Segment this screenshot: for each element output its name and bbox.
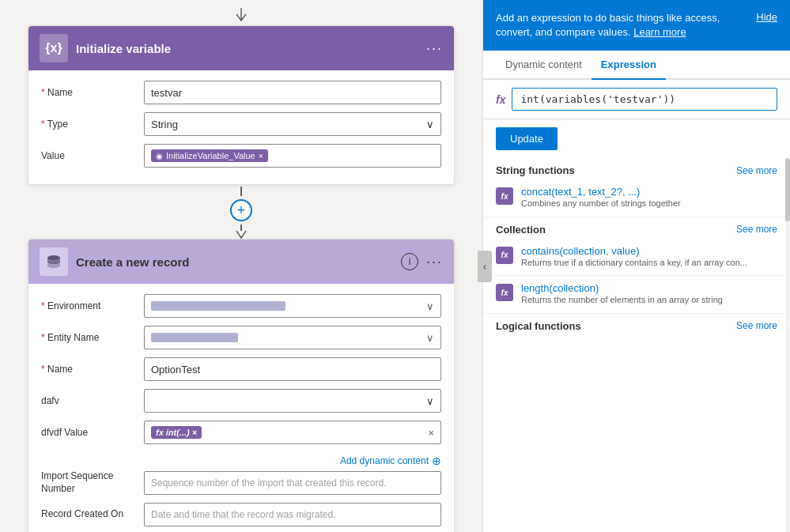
hide-button[interactable]: Hide: [756, 11, 777, 23]
add-dynamic-text[interactable]: Add dynamic content: [340, 455, 429, 466]
create-card-body: Environment ∨ Entity Name ∨ Name: [28, 284, 454, 532]
dfvdf-value-field[interactable]: fx int(...) × ×: [144, 421, 441, 444]
expression-input-row: fx: [483, 80, 790, 119]
collection-see-more[interactable]: See more: [736, 224, 777, 235]
concat-icon: fx: [496, 187, 513, 205]
scrollbar-thumb[interactable]: [785, 158, 790, 221]
init-type-row: Type String ∨: [41, 111, 441, 137]
init-value-tag-text: InitializeVariable_Value: [166, 151, 255, 160]
database-icon: [46, 254, 62, 270]
collection-header: Collection See more: [483, 217, 790, 239]
connector-arrow: [236, 231, 247, 239]
init-type-value: String: [151, 119, 178, 130]
add-dynamic-icon: ⊕: [432, 455, 441, 467]
dfvdf-tag-close[interactable]: ×: [192, 428, 197, 437]
create-name-input[interactable]: [144, 357, 441, 381]
environment-select[interactable]: ∨: [144, 294, 441, 318]
length-text: length(collection) Returns the number of…: [521, 282, 723, 306]
concat-desc: Combines any number of strings together: [521, 198, 681, 209]
contains-name[interactable]: contains(collection, value): [521, 245, 747, 257]
concat-text: concat(text_1, text_2?, ...) Combines an…: [521, 186, 681, 209]
record-created-input[interactable]: Date and time that the record was migrat…: [144, 503, 441, 526]
length-name[interactable]: length(collection): [521, 282, 723, 294]
init-card-title: Initialize variable: [76, 42, 418, 55]
concat-name[interactable]: concat(text_1, text_2?, ...): [521, 186, 681, 198]
length-desc: Returns the number of elements in an arr…: [521, 294, 723, 306]
create-card-icon: [40, 247, 68, 276]
connector-line-top: [240, 187, 242, 196]
env-chevron: ∨: [426, 300, 434, 312]
init-value-tag-icon: ◉: [156, 152, 163, 160]
chevron-left-icon: ‹: [483, 260, 487, 273]
create-record-card: Create a new record i ··· Environment ∨ …: [28, 239, 455, 532]
tab-dynamic-content[interactable]: Dynamic content: [496, 51, 592, 80]
dafv-chevron: ∨: [426, 395, 434, 407]
tab-expression[interactable]: Expression: [592, 51, 666, 80]
contains-text: contains(collection, value) Returns true…: [521, 245, 747, 269]
init-value-row: Value ◉ InitializeVariable_Value ×: [41, 143, 441, 168]
expression-input[interactable]: [512, 88, 777, 111]
logical-functions-see-more[interactable]: See more: [736, 320, 777, 331]
contains-desc: Returns true if a dictionary contains a …: [521, 257, 747, 269]
init-more-button[interactable]: ···: [426, 40, 443, 57]
logical-functions-title: Logical functions: [496, 320, 581, 332]
create-name-row: Name: [41, 357, 441, 382]
contains-icon: fx: [496, 247, 513, 264]
init-card-body: Name Type String ∨ Value ◉ InitializeVar…: [28, 70, 454, 184]
init-name-input[interactable]: [144, 81, 441, 104]
init-value-field[interactable]: ◉ InitializeVariable_Value ×: [144, 144, 441, 168]
contains-function-item[interactable]: fx contains(collection, value) Returns t…: [483, 239, 790, 276]
create-name-label: Name: [41, 364, 144, 375]
create-info-button[interactable]: i: [401, 253, 418, 270]
functions-scroll-area[interactable]: String functions See more fx concat(text…: [483, 158, 790, 532]
create-card-title: Create a new record: [76, 255, 393, 269]
scrollbar-track: [785, 158, 790, 532]
init-type-chevron: ∨: [426, 119, 434, 130]
concat-function-item[interactable]: fx concat(text_1, text_2?, ...) Combines…: [483, 179, 790, 217]
init-name-label: Name: [41, 87, 144, 98]
init-card-header: {x} Initialize variable ···: [28, 26, 454, 70]
dfvdf-value-row: dfvdf Value fx int(...) × ×: [41, 420, 441, 445]
length-icon: fx: [496, 284, 513, 301]
dfvdf-tag-text: int(...): [166, 428, 190, 437]
info-icon: i: [409, 256, 411, 267]
arrow-icon: [233, 8, 249, 22]
init-card-icon: {x}: [40, 34, 68, 62]
init-name-row: Name: [41, 80, 441, 105]
dafv-select[interactable]: ∨: [144, 389, 441, 413]
dfvdf-label: dfvdf Value: [41, 427, 144, 438]
length-function-item[interactable]: fx length(collection) Returns the number…: [483, 276, 790, 313]
fx-icon: fx: [156, 428, 164, 437]
entity-chevron: ∨: [426, 332, 434, 344]
string-functions-title: String functions: [496, 164, 575, 176]
collection-title: Collection: [496, 224, 546, 236]
environment-row: Environment ∨: [41, 293, 441, 319]
init-type-label: Type: [41, 119, 144, 130]
record-created-label: Record Created On: [41, 508, 144, 521]
panel-collapse-button[interactable]: ‹: [478, 251, 492, 282]
add-dynamic-row[interactable]: Add dynamic content ⊕: [41, 451, 441, 470]
learn-more-link[interactable]: Learn more: [633, 26, 686, 38]
entity-name-label: Entity Name: [41, 332, 144, 343]
dfvdf-tag: fx int(...) ×: [151, 426, 202, 439]
record-created-placeholder: Date and time that the record was migrat…: [151, 509, 335, 520]
tab-expression-label: Expression: [601, 58, 656, 70]
add-step-button[interactable]: +: [230, 199, 252, 221]
expression-panel: Add an expression to do basic things lik…: [482, 0, 790, 532]
import-seq-label: Import Sequence Number: [41, 470, 144, 495]
entity-name-select[interactable]: ∨: [144, 326, 441, 349]
init-value-tag-close[interactable]: ×: [259, 151, 263, 160]
connector-area: +: [230, 187, 252, 239]
import-seq-input[interactable]: Sequence number of the import that creat…: [144, 471, 441, 495]
init-icon-text: {x}: [45, 41, 62, 55]
string-functions-see-more[interactable]: See more: [736, 165, 777, 176]
panel-header-text: Add an expression to do basic things lik…: [496, 11, 748, 40]
connector-line-bottom: [240, 224, 242, 231]
init-type-select[interactable]: String ∨: [144, 112, 441, 136]
update-button[interactable]: Update: [496, 127, 558, 150]
initialize-variable-card: {x} Initialize variable ··· Name Type St…: [28, 25, 455, 185]
create-more-button[interactable]: ···: [426, 254, 443, 270]
dfvdf-close-btn[interactable]: ×: [428, 427, 434, 439]
init-value-label: Value: [41, 150, 144, 161]
tab-dynamic-label: Dynamic content: [505, 58, 582, 70]
